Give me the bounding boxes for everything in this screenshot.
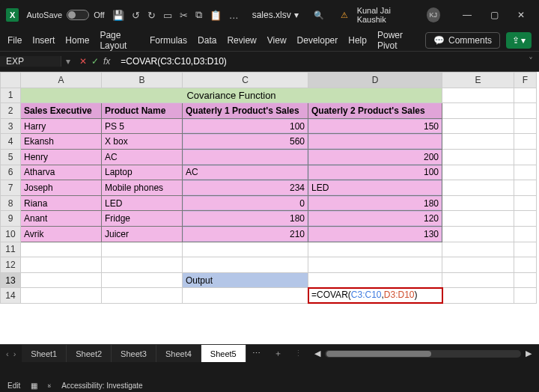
cell-C8[interactable]: 0: [183, 195, 308, 211]
cell-F5[interactable]: [514, 149, 537, 165]
maximize-button[interactable]: ▢: [482, 6, 506, 24]
tab-developer[interactable]: Developer: [297, 35, 338, 46]
cell-A4[interactable]: Ekansh: [21, 134, 102, 150]
cell-E7[interactable]: [442, 180, 514, 196]
cut-icon[interactable]: ✂: [180, 10, 188, 21]
tab-home[interactable]: Home: [65, 35, 89, 46]
cell-A9[interactable]: Anant: [21, 211, 102, 227]
cell-C12[interactable]: [183, 257, 308, 273]
row-head-12[interactable]: 12: [1, 257, 21, 273]
warning-icon[interactable]: ⚠: [341, 10, 348, 20]
header-D[interactable]: Quaterly 2 Product's Sales: [308, 103, 442, 119]
redo-icon[interactable]: ↻: [147, 10, 156, 21]
row-head-7[interactable]: 7: [1, 180, 21, 196]
cell-F8[interactable]: [514, 195, 537, 211]
cell-E10[interactable]: [442, 226, 514, 242]
cell-A8[interactable]: Riana: [21, 195, 102, 211]
cell-D11[interactable]: [308, 242, 442, 257]
cell-A11[interactable]: [21, 242, 102, 257]
cell-B11[interactable]: [102, 242, 183, 257]
cell-D5[interactable]: 200: [308, 149, 442, 165]
cell-C6[interactable]: AC: [183, 165, 308, 180]
cell-A14[interactable]: [21, 288, 102, 304]
cell-F7[interactable]: [514, 180, 537, 196]
row-head-14[interactable]: 14: [1, 288, 21, 304]
cell-B12[interactable]: [102, 257, 183, 273]
cell-D13[interactable]: [308, 272, 442, 288]
col-head-E[interactable]: E: [442, 73, 514, 88]
cell-B6[interactable]: Laptop: [102, 165, 183, 180]
overflow-icon[interactable]: …: [229, 10, 239, 21]
cell-D7[interactable]: LED: [308, 180, 442, 196]
col-head-B[interactable]: B: [102, 73, 183, 88]
cell-F13[interactable]: [514, 272, 537, 288]
row-head-13[interactable]: 13: [1, 272, 21, 288]
cell-A12[interactable]: [21, 257, 102, 273]
cell-E6[interactable]: [442, 165, 514, 180]
col-head-D[interactable]: D: [308, 73, 442, 88]
cell-D4[interactable]: [308, 134, 442, 150]
cell-B5[interactable]: AC: [102, 149, 183, 165]
cell-D6[interactable]: 100: [308, 165, 442, 180]
cell-E9[interactable]: [442, 211, 514, 227]
tab-file[interactable]: File: [7, 35, 22, 46]
cell-B7[interactable]: Mobile phones: [102, 180, 183, 196]
cell-A5[interactable]: Henry: [21, 149, 102, 165]
scroll-right-icon[interactable]: ▶: [526, 349, 532, 358]
worksheet-table[interactable]: A B C D E F 1 Covariance Function 2 Sale…: [0, 72, 537, 304]
row-head-8[interactable]: 8: [1, 195, 21, 211]
row-head-2[interactable]: 2: [1, 103, 21, 119]
cell-E4[interactable]: [442, 134, 514, 150]
cell-E2[interactable]: [442, 103, 514, 119]
row-head-5[interactable]: 5: [1, 149, 21, 165]
row-head-4[interactable]: 4: [1, 134, 21, 150]
cell-B10[interactable]: Juicer: [102, 226, 183, 242]
cell-D9[interactable]: 120: [308, 211, 442, 227]
name-box-chevron-icon[interactable]: ▾: [61, 56, 75, 67]
touch-mode-icon[interactable]: ▭: [163, 10, 172, 21]
active-cell-editor[interactable]: =COVAR(C3:C10,D3:D10): [308, 287, 443, 304]
cell-F9[interactable]: [514, 211, 537, 227]
sheet-tab-2[interactable]: Sheet2: [67, 345, 112, 362]
tab-page-layout[interactable]: Page Layout: [100, 30, 139, 51]
toggle-switch-icon[interactable]: [67, 10, 89, 20]
sheet-tab-5[interactable]: Sheet5: [201, 345, 246, 362]
sheet-tabs-overflow-icon[interactable]: ⋯: [246, 349, 267, 358]
cell-F1[interactable]: [514, 88, 537, 103]
tab-review[interactable]: Review: [227, 35, 256, 46]
cell-C9[interactable]: 180: [183, 211, 308, 227]
formula-input[interactable]: =COVAR(C3:C10,D3:D10): [115, 56, 523, 67]
tab-view[interactable]: View: [267, 35, 287, 46]
formula-bar-expand-icon[interactable]: ˅: [523, 56, 539, 67]
cell-E11[interactable]: [442, 242, 514, 257]
tab-insert[interactable]: Insert: [32, 35, 55, 46]
comments-button[interactable]: 💬 Comments: [425, 32, 500, 49]
scrollbar-thumb[interactable]: [326, 351, 431, 357]
cell-D8[interactable]: 180: [308, 195, 442, 211]
sheet-tab-1[interactable]: Sheet1: [22, 345, 67, 362]
cell-E3[interactable]: [442, 118, 514, 134]
cell-B13[interactable]: [102, 272, 183, 288]
tab-help[interactable]: Help: [348, 35, 367, 46]
scrollbar-track[interactable]: [325, 350, 521, 358]
cell-C3[interactable]: 100: [183, 118, 308, 134]
title-cell[interactable]: Covariance Function: [21, 88, 442, 103]
row-head-10[interactable]: 10: [1, 226, 21, 242]
chevron-down-icon[interactable]: ▾: [294, 10, 299, 20]
cell-F12[interactable]: [514, 257, 537, 273]
avatar[interactable]: KJ: [427, 7, 440, 22]
header-C[interactable]: Quaterly 1 Product's Sales: [183, 103, 308, 119]
header-B[interactable]: Product Name: [102, 103, 183, 119]
row-head-6[interactable]: 6: [1, 165, 21, 180]
cell-C11[interactable]: [183, 242, 308, 257]
grid[interactable]: A B C D E F 1 Covariance Function 2 Sale…: [0, 72, 539, 344]
close-button[interactable]: ✕: [509, 6, 533, 24]
cell-C4[interactable]: 560: [183, 134, 308, 150]
save-icon[interactable]: 💾: [112, 10, 124, 21]
cell-F14[interactable]: [514, 288, 537, 304]
paste-icon[interactable]: 📋: [210, 10, 222, 21]
cell-A6[interactable]: Atharva: [21, 165, 102, 180]
row-head-3[interactable]: 3: [1, 118, 21, 134]
horizontal-scrollbar[interactable]: ◀ ▶: [307, 349, 539, 358]
confirm-formula-icon[interactable]: ✓: [91, 56, 99, 67]
